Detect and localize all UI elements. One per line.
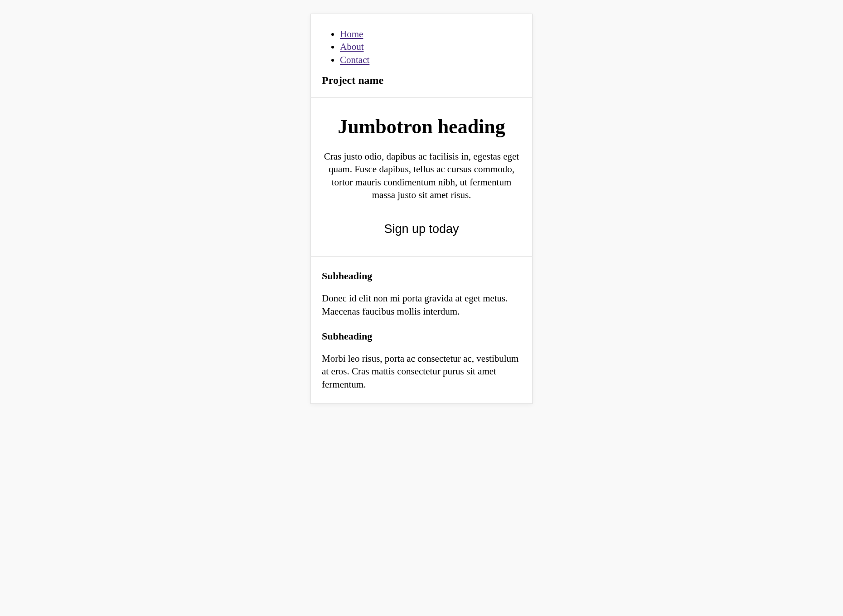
content: Subheading Donec id elit non mi porta gr… bbox=[311, 257, 532, 391]
section-2: Subheading Morbi leo risus, porta ac con… bbox=[322, 330, 521, 391]
section-1: Subheading Donec id elit non mi porta gr… bbox=[322, 270, 521, 318]
nav: Home About Contact bbox=[322, 28, 521, 66]
nav-item-about: About bbox=[340, 40, 521, 53]
jumbotron-lead: Cras justo odio, dapibus ac facilisis in… bbox=[322, 150, 521, 201]
header: Home About Contact Project name bbox=[311, 14, 532, 98]
nav-link-about[interactable]: About bbox=[340, 41, 364, 52]
nav-item-contact: Contact bbox=[340, 53, 521, 66]
nav-link-home[interactable]: Home bbox=[340, 29, 363, 39]
jumbotron-heading: Jumbotron heading bbox=[322, 115, 521, 138]
section-2-body: Morbi leo risus, porta ac consectetur ac… bbox=[322, 352, 521, 391]
nav-item-home: Home bbox=[340, 28, 521, 40]
brand-title: Project name bbox=[322, 74, 521, 87]
section-2-title: Subheading bbox=[322, 330, 521, 342]
section-1-title: Subheading bbox=[322, 270, 521, 282]
section-1-body: Donec id elit non mi porta gravida at eg… bbox=[322, 292, 521, 318]
jumbotron: Jumbotron heading Cras justo odio, dapib… bbox=[311, 98, 532, 257]
nav-list: Home About Contact bbox=[322, 28, 521, 66]
signup-button[interactable]: Sign up today bbox=[376, 218, 467, 240]
page-container: Home About Contact Project name Jumbotro… bbox=[310, 14, 533, 404]
nav-link-contact[interactable]: Contact bbox=[340, 54, 369, 65]
